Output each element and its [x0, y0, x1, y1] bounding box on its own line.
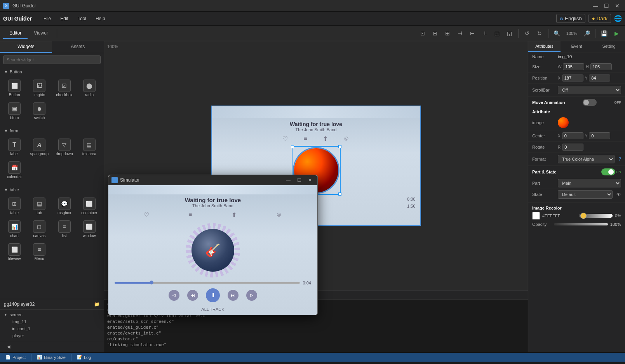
theme-button[interactable]: ● Dark [588, 14, 611, 23]
tab-assets[interactable]: Assets [52, 41, 104, 53]
sim-next-btn[interactable]: ⏭ [228, 290, 239, 301]
widget-btnm[interactable]: ▣ btnm [2, 100, 26, 122]
widget-msgbox[interactable]: 💬 msgbox [52, 195, 77, 217]
toolbar-flip-h[interactable]: ◱ [492, 28, 503, 39]
state-select[interactable]: Default [558, 190, 613, 199]
image-preview[interactable] [558, 117, 569, 128]
toolbar-run[interactable]: ▶ [611, 28, 622, 39]
pos-y-input[interactable] [589, 75, 610, 81]
toolbar-zoom-out[interactable]: 🔍 [552, 28, 562, 39]
widget-window[interactable]: ⬜ window [77, 218, 101, 240]
widget-checkbox[interactable]: ☑ checkbox [52, 77, 77, 99]
color-slider[interactable] [579, 214, 613, 218]
toolbar-separator-2 [518, 29, 519, 38]
tab-widgets[interactable]: Widgets [0, 41, 52, 53]
menu-tool[interactable]: Tool [74, 14, 90, 23]
handle-tl[interactable] [291, 145, 294, 148]
simulator-close[interactable]: ✕ [306, 177, 314, 184]
tab-editor[interactable]: Editor [3, 28, 28, 39]
state-eye-icon[interactable]: 👁 [616, 192, 621, 197]
console-line-5: erated/gui_guider.c" [107, 324, 525, 330]
minimize-button[interactable]: — [591, 2, 600, 10]
sim-repeat-btn[interactable]: ⊲ [169, 290, 179, 301]
section-button-header[interactable]: ▼ Button [0, 68, 104, 76]
widget-container[interactable]: ⬜ container [77, 195, 101, 217]
toolbar-redo[interactable]: ↻ [534, 28, 545, 39]
section-form-header[interactable]: ▼ form [0, 127, 104, 135]
tree-item-screen[interactable]: ▼ screen [0, 311, 104, 318]
toolbar-save[interactable]: 💾 [599, 28, 609, 39]
menu-edit[interactable]: Edit [56, 14, 72, 23]
widget-textarea[interactable]: ▤ textarea [77, 136, 101, 158]
simulator-progress-bar[interactable] [115, 282, 300, 284]
section-table-header[interactable]: ▼ table [0, 186, 104, 194]
tree-item-img11[interactable]: img_11 [0, 318, 104, 325]
color-swatch[interactable] [532, 212, 540, 220]
right-tab-attributes[interactable]: Attributes [528, 41, 561, 52]
tab-viewer[interactable]: Viewer [28, 28, 54, 39]
part-state-toggle[interactable]: ON [601, 168, 622, 175]
status-binary[interactable]: 📊 Binary Size [35, 355, 68, 360]
toolbar-align-center[interactable]: ⊟ [430, 28, 440, 39]
widget-list[interactable]: ≡ list [52, 218, 77, 240]
sidebar-back-button[interactable]: ◀ [4, 343, 13, 351]
widget-dropdown[interactable]: ▽ dropdown [52, 136, 77, 158]
toolbar-zoom-in[interactable]: 🔎 [581, 28, 592, 39]
status-project[interactable]: 📄 Project [3, 355, 28, 360]
widget-label[interactable]: T label [2, 136, 26, 158]
widget-switch[interactable]: ⬮ switch [27, 100, 51, 122]
color-slider-thumb[interactable] [580, 213, 587, 219]
widget-menu[interactable]: ≡ Menu [27, 241, 51, 263]
language-button[interactable]: A English [556, 14, 585, 23]
pos-x-input[interactable] [562, 75, 583, 81]
center-x-input[interactable] [562, 132, 583, 139]
menu-file[interactable]: File [40, 14, 55, 23]
widget-spangroup[interactable]: A spangroup [27, 136, 51, 158]
right-tab-setting[interactable]: Setting [593, 41, 625, 52]
sim-play-btn[interactable]: ⏸ [206, 288, 220, 302]
toolbar-align-left[interactable]: ⊡ [417, 28, 428, 39]
close-button[interactable]: ✕ [613, 2, 622, 10]
handle-tr[interactable] [338, 145, 341, 148]
toolbar-separator [57, 29, 57, 38]
widget-radio[interactable]: ⬤ radio [77, 77, 101, 99]
rotate-r-input[interactable] [562, 144, 583, 151]
size-h-input[interactable] [590, 63, 612, 70]
part-select[interactable]: Main [558, 179, 621, 187]
simulator-minimize[interactable]: — [284, 177, 292, 184]
widget-canvas[interactable]: ◻ canvas [27, 218, 51, 240]
sim-prev-btn[interactable]: ⏮ [187, 290, 198, 301]
widget-imgbtn[interactable]: 🖼 imgbtn [27, 77, 51, 99]
toolbar-distribute[interactable]: ⊥ [479, 28, 490, 39]
canvas-track-artist: The John Smith Band [296, 127, 337, 132]
format-select[interactable]: True Color Alpha [558, 155, 615, 163]
toolbar-align-bottom[interactable]: ⊢ [467, 28, 478, 39]
toolbar-align-right[interactable]: ⊞ [442, 28, 453, 39]
widget-tileview[interactable]: ⬜ tileview [2, 241, 26, 263]
simulator-maximize[interactable]: ☐ [295, 177, 303, 184]
scrollbar-select[interactable]: Off [558, 86, 621, 94]
widget-chart[interactable]: 📊 chart [2, 218, 26, 240]
handle-br[interactable] [338, 192, 341, 196]
widget-calendar[interactable]: 📅 calendar [2, 159, 26, 181]
move-animation-toggle[interactable] [583, 99, 597, 106]
size-w-input[interactable] [563, 63, 584, 70]
menu-help[interactable]: Help [92, 14, 109, 23]
tree-item-player[interactable]: player [0, 332, 104, 339]
project-folder-icon[interactable]: 📁 [94, 302, 100, 307]
center-y-input[interactable] [589, 132, 610, 139]
toolbar-flip-v[interactable]: ◲ [504, 28, 515, 39]
sim-shuffle-btn[interactable]: ⊳ [246, 290, 257, 301]
format-help-icon[interactable]: ? [618, 156, 621, 162]
search-input[interactable] [3, 55, 101, 64]
maximize-button[interactable]: ☐ [602, 2, 611, 10]
tree-item-cont1[interactable]: ▶ cont_1 [0, 325, 104, 332]
widget-tab[interactable]: ▤ tab [27, 195, 51, 217]
toolbar-undo[interactable]: ↺ [522, 28, 533, 39]
status-log[interactable]: 📝 Log [75, 355, 93, 360]
widget-button[interactable]: ⬜ Button [2, 77, 26, 99]
right-tab-event[interactable]: Event [561, 41, 593, 52]
toolbar-align-top[interactable]: ⊣ [454, 28, 465, 39]
widget-table[interactable]: ⊞ table [2, 195, 26, 217]
opacity-slider[interactable] [554, 223, 608, 225]
